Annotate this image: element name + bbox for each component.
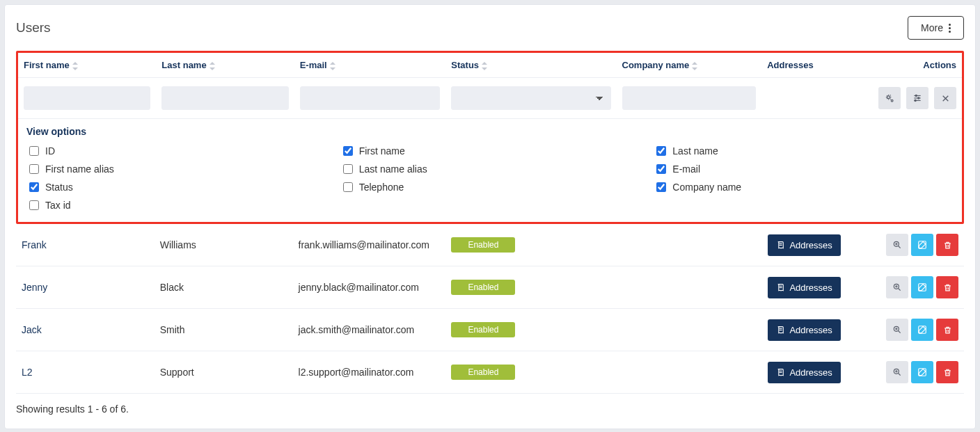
more-button-label: More bbox=[921, 22, 943, 33]
view-option-checkbox[interactable] bbox=[29, 146, 39, 156]
more-button[interactable]: More bbox=[908, 16, 964, 40]
row-delete-button[interactable] bbox=[936, 319, 958, 341]
view-option-checkbox[interactable] bbox=[29, 182, 39, 192]
view-option-checkbox[interactable] bbox=[656, 164, 666, 174]
view-option-checkbox[interactable] bbox=[343, 164, 353, 174]
filter-last-name-input[interactable] bbox=[161, 86, 288, 110]
svg-point-7 bbox=[915, 99, 916, 101]
cell-last-name: Smith bbox=[160, 324, 185, 335]
col-last-name[interactable]: Last name bbox=[156, 53, 294, 78]
cell-last-name: Support bbox=[160, 367, 194, 378]
svg-line-40 bbox=[899, 374, 901, 376]
svg-point-1 bbox=[891, 99, 893, 102]
cell-email: jack.smith@mailinator.com bbox=[299, 324, 415, 335]
view-option-checkbox[interactable] bbox=[29, 200, 39, 210]
view-option-label: Last name bbox=[672, 145, 718, 157]
sort-icon bbox=[210, 62, 216, 70]
filter-row bbox=[18, 78, 962, 119]
filter-first-name-input[interactable] bbox=[24, 86, 150, 110]
view-options-grid: IDFirst nameLast nameFirst name aliasLas… bbox=[26, 144, 956, 212]
filter-adjust-button[interactable] bbox=[906, 87, 928, 109]
status-badge: Enabled bbox=[451, 237, 515, 253]
filter-settings-button[interactable] bbox=[878, 87, 901, 109]
results-summary: Showing results 1 - 6 of 6. bbox=[16, 403, 964, 415]
row-edit-button[interactable] bbox=[911, 319, 933, 341]
addresses-button[interactable]: Addresses bbox=[768, 319, 840, 341]
view-option-label: Company name bbox=[672, 182, 741, 193]
addresses-button-label: Addresses bbox=[789, 325, 832, 335]
row-edit-button[interactable] bbox=[911, 361, 933, 383]
view-option-item[interactable]: ID bbox=[26, 144, 329, 158]
trash-icon bbox=[943, 368, 952, 377]
row-edit-button[interactable] bbox=[911, 276, 933, 298]
filter-email-input[interactable] bbox=[300, 86, 441, 110]
addresses-button[interactable]: Addresses bbox=[768, 277, 840, 298]
book-icon bbox=[776, 368, 785, 377]
view-option-item[interactable]: E-mail bbox=[654, 162, 956, 176]
view-options-title: View options bbox=[26, 126, 956, 137]
view-option-item[interactable]: Last name bbox=[654, 144, 956, 158]
table-row: JennyBlackjenny.black@mailinator.comEnab… bbox=[16, 266, 964, 309]
view-option-checkbox[interactable] bbox=[656, 182, 666, 192]
row-view-button[interactable] bbox=[886, 234, 908, 256]
users-table: FrankWilliamsfrank.williams@mailinator.c… bbox=[16, 224, 964, 394]
view-option-item[interactable]: First name alias bbox=[26, 162, 329, 176]
status-badge: Enabled bbox=[451, 322, 515, 337]
view-option-label: ID bbox=[45, 145, 55, 157]
col-status[interactable]: Status bbox=[445, 53, 616, 78]
col-email[interactable]: E-mail bbox=[294, 53, 446, 78]
row-delete-button[interactable] bbox=[936, 276, 958, 298]
column-header-row: First name Last name E-mail Status Compa… bbox=[18, 53, 962, 119]
cell-email: frank.williams@mailinator.com bbox=[299, 239, 429, 250]
row-view-button[interactable] bbox=[886, 276, 908, 298]
book-icon bbox=[776, 326, 785, 335]
edit-icon bbox=[917, 240, 927, 250]
card-header: Users More bbox=[16, 16, 964, 40]
trash-icon bbox=[943, 326, 952, 335]
cell-first-name[interactable]: Frank bbox=[22, 239, 47, 250]
view-option-checkbox[interactable] bbox=[656, 146, 666, 156]
view-option-item[interactable]: First name bbox=[340, 144, 643, 158]
addresses-button-label: Addresses bbox=[789, 367, 832, 378]
view-option-item[interactable]: Last name alias bbox=[340, 162, 643, 176]
view-option-item[interactable]: Status bbox=[26, 180, 329, 194]
sort-icon bbox=[692, 62, 699, 70]
view-option-checkbox[interactable] bbox=[343, 182, 353, 192]
edit-icon bbox=[917, 282, 927, 292]
view-option-item[interactable]: Telephone bbox=[340, 180, 643, 194]
view-option-item[interactable]: Tax id bbox=[26, 198, 329, 212]
view-option-item[interactable]: Company name bbox=[654, 180, 956, 194]
row-view-button[interactable] bbox=[886, 319, 908, 341]
filter-clear-button[interactable] bbox=[934, 87, 956, 109]
col-first-name-label: First name bbox=[24, 60, 70, 70]
cell-first-name[interactable]: L2 bbox=[22, 367, 33, 378]
filter-status-select[interactable] bbox=[451, 86, 610, 110]
col-first-name[interactable]: First name bbox=[18, 53, 156, 78]
filters-and-view-options-panel: First name Last name E-mail Status Compa… bbox=[16, 51, 964, 224]
col-addresses-label: Addresses bbox=[767, 60, 813, 70]
row-edit-button[interactable] bbox=[911, 234, 933, 256]
view-option-checkbox[interactable] bbox=[29, 164, 39, 174]
row-view-button[interactable] bbox=[886, 361, 908, 383]
view-option-label: Last name alias bbox=[359, 163, 427, 175]
cell-first-name[interactable]: Jack bbox=[22, 324, 42, 335]
addresses-button[interactable]: Addresses bbox=[768, 362, 840, 383]
view-option-label: Telephone bbox=[359, 182, 404, 193]
sort-icon bbox=[72, 62, 79, 70]
filter-company-name-input[interactable] bbox=[622, 86, 757, 110]
view-option-label: Tax id bbox=[45, 200, 71, 211]
table-row: JackSmithjack.smith@mailinator.comEnable… bbox=[16, 309, 964, 351]
view-option-checkbox[interactable] bbox=[343, 146, 353, 156]
sliders-icon bbox=[912, 93, 922, 103]
table-row: L2Supportl2.support@mailinator.comEnable… bbox=[16, 351, 964, 394]
col-company-name[interactable]: Company name bbox=[617, 53, 762, 78]
cell-first-name[interactable]: Jenny bbox=[22, 282, 47, 293]
row-delete-button[interactable] bbox=[936, 361, 958, 383]
col-company-name-label: Company name bbox=[622, 60, 690, 70]
cogs-icon bbox=[885, 93, 895, 104]
row-delete-button[interactable] bbox=[936, 234, 958, 256]
addresses-button[interactable]: Addresses bbox=[768, 234, 840, 256]
svg-line-22 bbox=[899, 289, 901, 291]
status-badge: Enabled bbox=[451, 365, 515, 380]
col-addresses: Addresses bbox=[761, 53, 872, 78]
